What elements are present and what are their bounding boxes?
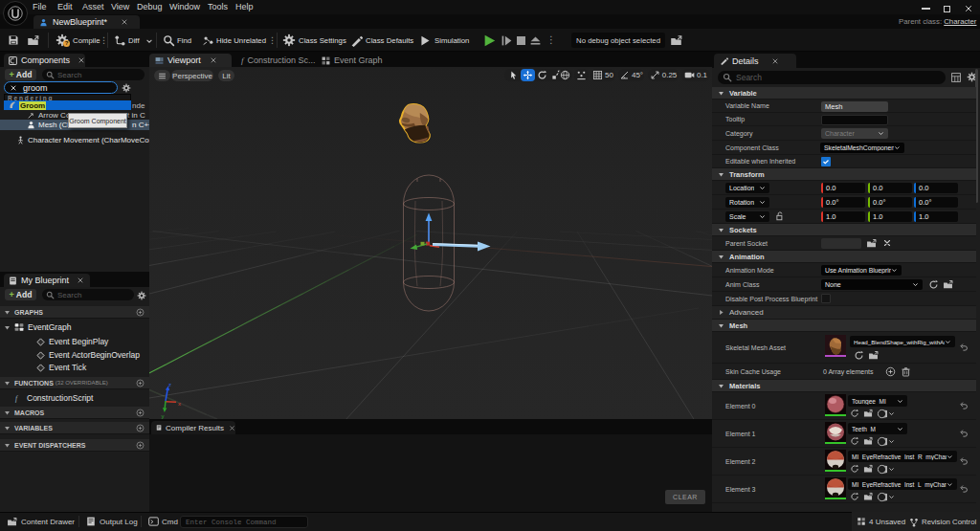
svg-text:z: z: [168, 382, 171, 387]
svg-text:f: f: [15, 394, 18, 403]
svg-text:x: x: [178, 401, 181, 407]
